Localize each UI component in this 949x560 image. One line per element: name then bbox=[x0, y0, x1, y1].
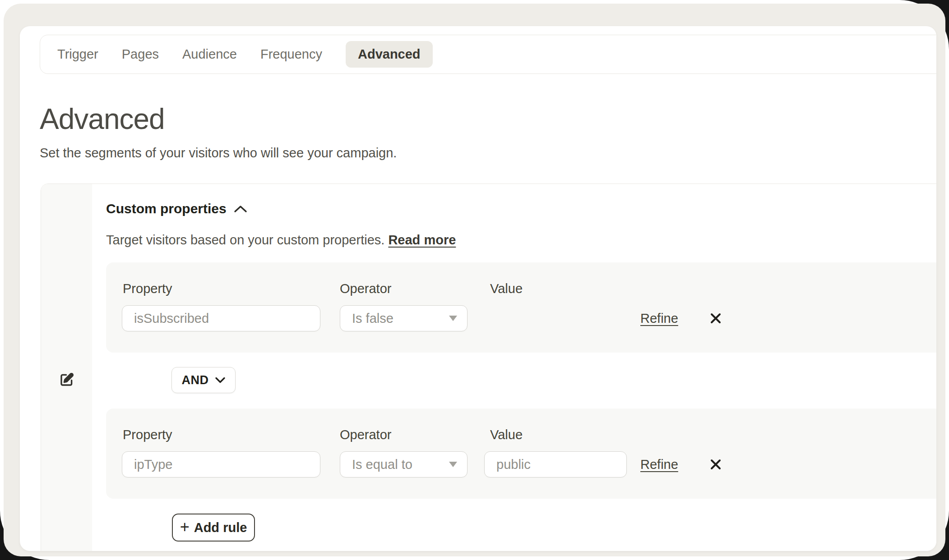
caret-down-icon bbox=[449, 316, 457, 321]
caret-down-icon bbox=[449, 462, 457, 467]
rule-1-remove-icon[interactable] bbox=[709, 312, 722, 325]
value-label: Value bbox=[490, 428, 523, 441]
tab-audience[interactable]: Audience bbox=[182, 47, 237, 62]
chevron-up-icon bbox=[234, 205, 247, 213]
segment-panel: Custom properties Target visitors based … bbox=[41, 184, 936, 551]
read-more-link[interactable]: Read more bbox=[388, 233, 456, 247]
advanced-settings-page: Trigger Pages Audience Frequency Advance… bbox=[0, 0, 949, 560]
rule-row-1: Property Operator Value Is false Refine bbox=[106, 262, 936, 353]
add-rule-label: Add rule bbox=[194, 520, 247, 535]
rule-1-refine-link[interactable]: Refine bbox=[640, 305, 678, 331]
rule-2-operator-select[interactable]: Is equal to bbox=[340, 451, 468, 477]
rule-1-operator-value: Is false bbox=[352, 311, 393, 326]
rule-2-controls: Is equal to Refine bbox=[106, 451, 936, 477]
rule-2-remove-icon[interactable] bbox=[709, 458, 722, 471]
window-sheet: Trigger Pages Audience Frequency Advance… bbox=[0, 0, 949, 560]
plus-icon: + bbox=[180, 519, 190, 535]
operator-label: Operator bbox=[340, 428, 391, 441]
tab-frequency[interactable]: Frequency bbox=[260, 47, 322, 62]
tab-bar: Trigger Pages Audience Frequency Advance… bbox=[40, 35, 936, 74]
rule-1-operator-select[interactable]: Is false bbox=[340, 305, 468, 331]
rule-connector-dropdown[interactable]: AND bbox=[171, 367, 236, 393]
page-subtitle: Set the segments of your visitors who wi… bbox=[40, 145, 397, 161]
rule-2-property-input[interactable] bbox=[122, 451, 320, 477]
segment-gutter bbox=[41, 184, 92, 551]
rule-1-controls: Is false Refine bbox=[106, 305, 936, 331]
rule-2-refine-link[interactable]: Refine bbox=[640, 451, 678, 477]
section-description: Target visitors based on your custom pro… bbox=[106, 232, 456, 249]
operator-label: Operator bbox=[340, 282, 391, 295]
rule-2-value-input[interactable] bbox=[484, 451, 627, 477]
edit-segment-icon[interactable] bbox=[59, 372, 74, 387]
property-label: Property bbox=[123, 282, 172, 295]
section-description-text: Target visitors based on your custom pro… bbox=[106, 233, 388, 247]
rule-2-operator-value: Is equal to bbox=[352, 457, 412, 472]
tab-pages[interactable]: Pages bbox=[122, 47, 159, 62]
rule-row-2: Property Operator Value Is equal to bbox=[106, 409, 936, 499]
property-label: Property bbox=[123, 428, 172, 441]
rule-1-property-input[interactable] bbox=[122, 305, 320, 331]
segment-panel-content: Custom properties Target visitors based … bbox=[106, 184, 936, 551]
custom-properties-toggle[interactable]: Custom properties bbox=[106, 202, 247, 216]
tab-advanced[interactable]: Advanced bbox=[346, 41, 433, 68]
main-card: Trigger Pages Audience Frequency Advance… bbox=[20, 26, 936, 551]
page-title: Advanced bbox=[40, 105, 165, 133]
chevron-down-icon bbox=[215, 377, 226, 383]
page-background: Trigger Pages Audience Frequency Advance… bbox=[4, 4, 945, 556]
tab-trigger[interactable]: Trigger bbox=[57, 47, 98, 62]
section-title: Custom properties bbox=[106, 202, 227, 216]
add-rule-button[interactable]: + Add rule bbox=[172, 514, 255, 542]
value-label: Value bbox=[490, 282, 523, 295]
rule-connector-label: AND bbox=[182, 373, 209, 387]
